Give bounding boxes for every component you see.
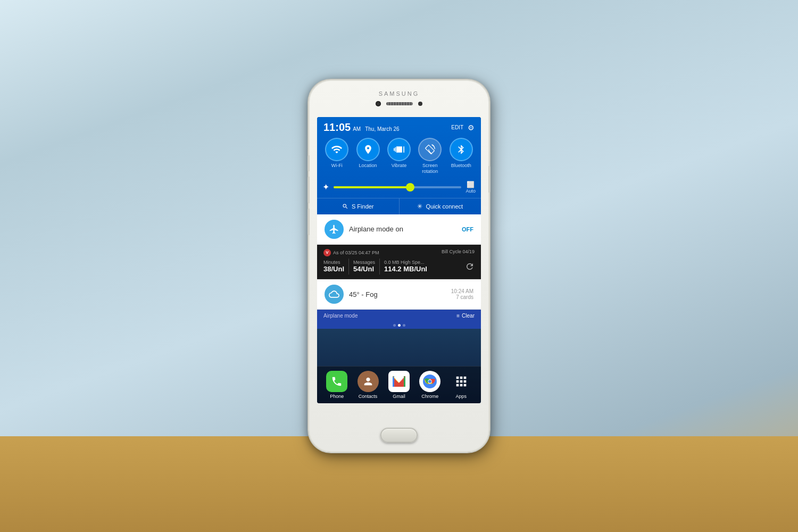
data-header-left: V As of 03/25 04:47 PM	[323, 249, 379, 256]
settings-icon[interactable]: ⚙	[468, 123, 475, 132]
toggle-screen-rotation[interactable]: Screenrotation	[418, 138, 442, 174]
bluetooth-label: Bluetooth	[451, 163, 471, 169]
screen-rotation-icon	[425, 144, 435, 155]
phone-wrapper: SAMSUNG 11:05 AM Thu, March 26	[309, 80, 489, 452]
data-stats-row: Minutes 38/Unl Messages 54/Unl 0.0 MB Hi…	[323, 259, 475, 275]
status-right: EDIT ⚙	[451, 123, 475, 132]
notification-footer: Airplane mode ≡ Clear	[317, 310, 481, 322]
volume-up-button[interactable]	[307, 155, 310, 171]
wifi-icon-circle	[325, 138, 348, 161]
dot-1	[393, 324, 396, 327]
bluetooth-icon-circle	[450, 138, 473, 161]
sfinder-label: S Finder	[352, 203, 374, 210]
chrome-svg-icon	[423, 375, 437, 388]
location-icon	[363, 144, 373, 155]
chrome-label: Chrome	[421, 394, 438, 399]
sfinder-search-icon	[342, 203, 348, 210]
dock-chrome[interactable]: Chrome	[419, 371, 440, 399]
dock-gmail[interactable]: Gmail	[388, 371, 410, 399]
footer-label: Airplane mode	[323, 313, 358, 319]
auto-brightness[interactable]: ⬜ Auto	[466, 181, 476, 194]
dock-apps[interactable]: Apps	[451, 371, 472, 399]
airplane-off-button[interactable]: OFF	[462, 226, 473, 232]
weather-card[interactable]: 45° - Fog 10:24 AM 7 cards	[317, 279, 481, 310]
toggle-location[interactable]: Location	[356, 138, 380, 174]
screen: 11:05 AM Thu, March 26 EDIT ⚙	[317, 117, 481, 403]
quickconnect-icon: ✳	[417, 203, 422, 210]
messages-value: 54/Unl	[353, 265, 375, 273]
data-label: 0.0 MB High Spe...	[384, 260, 427, 265]
brightness-icon: ✦	[322, 182, 329, 192]
status-bar: 11:05 AM Thu, March 26 EDIT ⚙	[317, 117, 481, 136]
data-refresh-icon[interactable]	[465, 262, 475, 271]
front-camera	[376, 101, 381, 106]
messages-label: Messages	[353, 260, 375, 265]
svg-point-4	[428, 380, 431, 383]
brightness-thumb[interactable]	[406, 183, 414, 192]
data-usage-card[interactable]: V As of 03/25 04:47 PM Bill Cycle 04/19 …	[317, 245, 481, 279]
finder-row: S Finder ✳ Quick connect	[317, 198, 481, 214]
minutes-stat: Minutes 38/Unl	[323, 260, 344, 273]
weather-icon	[329, 289, 339, 300]
app-dock: Phone Contacts	[317, 366, 481, 403]
messages-stat: Messages 54/Unl	[353, 260, 375, 273]
screen-rotation-label: Screenrotation	[422, 163, 438, 174]
clear-button[interactable]: ≡ Clear	[456, 313, 475, 319]
power-button[interactable]	[488, 166, 491, 193]
dock-phone[interactable]: Phone	[326, 371, 347, 399]
brightness-fill	[334, 186, 410, 188]
volume-down-button[interactable]	[307, 177, 310, 203]
gmail-app-icon	[388, 371, 410, 392]
contacts-label: Contacts	[359, 394, 378, 399]
bluetooth-icon	[456, 144, 467, 155]
airplane-notif-row: Airplane mode on OFF	[325, 220, 473, 239]
toggle-bluetooth[interactable]: Bluetooth	[450, 138, 473, 174]
phone-body: SAMSUNG 11:05 AM Thu, March 26	[309, 80, 489, 452]
wifi-icon	[331, 144, 343, 155]
dock-contacts[interactable]: Contacts	[358, 371, 379, 399]
time-display: 11:05	[323, 121, 351, 134]
home-screen: Phone Contacts	[317, 329, 481, 403]
chrome-app-icon	[419, 371, 440, 392]
phone-label: Phone	[330, 394, 344, 399]
phone-app-icon	[326, 371, 347, 392]
carrier-icon: V	[323, 249, 331, 256]
data-divider-1	[348, 259, 349, 275]
location-label: Location	[359, 163, 377, 169]
time-ampm: AM	[353, 126, 361, 132]
auto-icon: ⬜	[467, 181, 475, 188]
top-sensor-bar	[376, 101, 422, 106]
toggle-wifi[interactable]: Wi-Fi	[325, 138, 348, 174]
airplane-notif-title: Airplane mode on	[349, 225, 403, 233]
quickconnect-label: Quick connect	[426, 203, 463, 210]
sensor-dot	[418, 102, 422, 106]
edit-button[interactable]: EDIT	[451, 124, 463, 130]
date-display: Thu, March 26	[365, 126, 399, 132]
dot-2	[398, 324, 401, 327]
dot-3	[403, 324, 405, 327]
airplane-icon-circle	[325, 220, 344, 239]
speaker-grille	[386, 102, 413, 105]
brightness-slider-track[interactable]	[334, 186, 461, 188]
weather-cards: 7 cards	[456, 294, 473, 300]
apps-grid-icon-container	[451, 371, 472, 392]
wifi-label: Wi-Fi	[331, 163, 343, 169]
sfinder-button[interactable]: S Finder	[317, 198, 400, 214]
home-button[interactable]	[380, 428, 418, 443]
toggle-vibrate[interactable]: Vibrate	[387, 138, 411, 174]
data-billcycle-label: Bill Cycle 04/19	[442, 249, 475, 256]
notification-panel: 11:05 AM Thu, March 26 EDIT ⚙	[317, 117, 481, 214]
vibrate-icon	[394, 144, 404, 155]
location-icon-circle	[356, 138, 380, 161]
weather-meta: 10:24 AM 7 cards	[451, 288, 473, 300]
airplane-icon	[329, 224, 339, 235]
quick-connect-button[interactable]: ✳ Quick connect	[400, 198, 481, 214]
brightness-slider-row: ✦ ⬜ Auto	[317, 179, 481, 198]
weather-icon-circle	[325, 285, 344, 304]
minutes-value: 38/Unl	[323, 265, 344, 273]
quick-toggles-row: Wi-Fi Location	[317, 136, 481, 179]
vibrate-label: Vibrate	[392, 163, 406, 169]
airplane-mode-notification[interactable]: Airplane mode on OFF	[317, 214, 481, 245]
contacts-app-icon	[358, 371, 379, 392]
bixby-button[interactable]	[307, 209, 310, 235]
